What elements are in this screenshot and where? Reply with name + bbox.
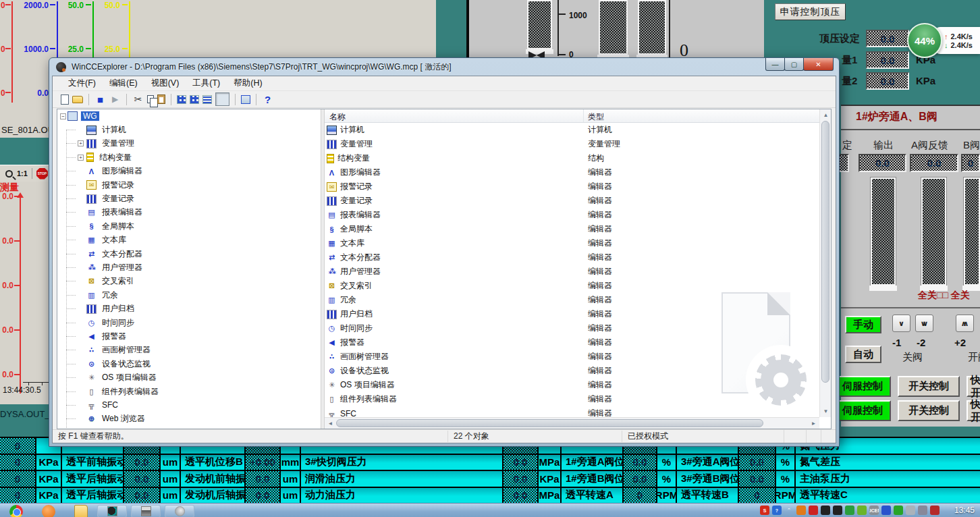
small-icons-view-icon[interactable] [190,95,199,104]
list-item[interactable]: 计算机 计算机 [325,123,819,137]
tree-item[interactable]: − WG [57,109,321,123]
tree-item[interactable]: ▯ 组件列表编辑器 [57,385,321,398]
safety-ball-tray-icon[interactable] [857,506,867,515]
tree-item[interactable]: ✉ 报警记录 [57,178,321,192]
qq-tray-icon[interactable] [833,506,842,515]
tree-item[interactable]: ▤ 报表编辑器 [57,206,321,219]
maximize-button[interactable]: ▢ [784,58,804,71]
list-item[interactable]: ⁂ 用户管理器 编辑器 [325,265,819,279]
step-down-2-button[interactable]: ∨∨ [915,315,933,332]
menu-item[interactable]: 工具(T) [186,76,226,90]
shield-tray-icon[interactable] [845,506,854,515]
minimize-button[interactable]: — [765,58,785,71]
type-column-header[interactable]: 类型 [584,109,819,122]
close-button[interactable]: ✕ [803,58,834,71]
list-item[interactable]: ╦ SFC 编辑器 [325,406,819,417]
list-item[interactable]: 用户归档 编辑器 [325,307,819,321]
chrome-taskbar-icon[interactable] [9,505,23,517]
folder-taskbar-icon[interactable] [74,505,88,517]
scroll-down-arrow[interactable]: ▼ [820,406,832,417]
details-view-icon[interactable] [215,92,229,106]
servo-control-button[interactable]: 伺服控制 [834,400,891,421]
tree-item[interactable]: ⊕ Web 浏览器 [57,412,321,426]
menu-item[interactable]: 文件(F) [62,76,102,90]
tree-item[interactable]: ▥ 冗余 [57,288,321,302]
scroll-right-arrow[interactable]: ► [808,418,819,429]
tree-expander[interactable]: + [78,155,84,161]
running-app-button[interactable] [97,505,127,517]
manual-mode-button[interactable]: 手动 [845,316,881,333]
list-item[interactable]: ✉ 报警记录 编辑器 [325,180,819,194]
stop-icon[interactable]: STOP [36,168,48,180]
tree-expander[interactable]: + [78,140,84,146]
zoom-ratio-button[interactable]: 1:1 [17,169,28,178]
red-usb-tray-icon[interactable] [930,506,940,515]
name-column-header[interactable]: 名称 [325,109,584,122]
list-item[interactable]: ⊙ 设备状态监视 编辑器 [325,364,819,378]
list-item[interactable]: ▦ 文本库 编辑器 [325,236,819,250]
running-app-button[interactable] [165,505,194,517]
list-item[interactable]: ⇄ 文本分配器 编辑器 [325,250,819,265]
green-x-tray-icon[interactable] [894,506,903,515]
play-icon[interactable]: ▶ [109,94,121,105]
tree-item[interactable]: ⇄ 文本分配器 [57,247,321,261]
step-up-2-button[interactable]: ∧∧ [956,315,974,332]
tree-item[interactable]: ⊙ 设备状态监视 [57,357,321,371]
tree-item[interactable]: ◷ 时间同步 [57,316,321,329]
list-item[interactable]: ∴ 画面树管理器 编辑器 [325,350,819,364]
magnifier-icon[interactable] [5,170,13,178]
list-item[interactable]: ◷ 时间同步 编辑器 [325,321,819,335]
tree-item[interactable]: + 结构变量 [57,151,321,164]
list-item[interactable]: 变量记录 编辑器 [325,194,819,208]
tree-item[interactable]: 计算机 [57,123,321,136]
fast-open-button[interactable]: 快开 [967,376,980,397]
properties-icon[interactable] [241,95,250,104]
show-hidden-icons-arrow[interactable]: ⌃ [784,506,794,515]
list-item[interactable]: ◀ 报警器 编辑器 [325,335,819,350]
memory-usage-ball[interactable]: 44% [907,23,942,58]
tree-item[interactable]: ╦ SFC [57,398,321,412]
list-item[interactable]: § 全局脚本 编辑器 [325,222,819,236]
scroll-up-arrow[interactable]: ▲ [820,109,832,121]
list-item[interactable]: 结构变量 结构 [325,151,819,165]
tree-item[interactable]: 变量记录 [57,192,321,205]
menu-item[interactable]: 编辑(E) [103,76,144,90]
media-player-taskbar-icon[interactable] [42,505,55,517]
list-item[interactable]: ▤ 报表编辑器 编辑器 [325,208,819,222]
list-view-icon[interactable] [202,95,212,104]
running-app-button[interactable] [131,505,161,517]
vertical-scrollbar[interactable]: ▲ ▼ [819,109,831,417]
switch-control-button[interactable]: 开关控制 [898,400,960,421]
auto-mode-button[interactable]: 自动 [845,346,881,363]
help-icon[interactable]: ? [262,94,273,105]
list-item[interactable]: ⊠ 交叉索引 编辑器 [325,279,819,293]
step-down-1-button[interactable]: ∨ [892,315,910,332]
copy-icon[interactable] [147,95,154,103]
tree-item[interactable]: ⊠ 交叉索引 [57,275,321,288]
tree-item[interactable]: Λ 图形编辑器 [57,165,321,178]
tree-item[interactable]: 用户归档 [57,302,321,315]
window-titlebar[interactable]: WinCCExplorer - D:\Program Files (x86)\S… [49,58,839,76]
tree-item[interactable]: § 全局脚本 [57,219,321,233]
horizontal-scrollbar[interactable]: ◄ ► [325,417,819,429]
tree-item[interactable]: ✳ OS 项目编辑器 [57,371,321,384]
scrollbar-thumb[interactable] [821,121,829,383]
sogou-tray-icon[interactable]: S [760,506,769,515]
license-tray-icon[interactable]: LICEN [869,506,879,515]
list-item[interactable]: Λ 图形编辑器 编辑器 [325,165,819,180]
paste-icon[interactable] [157,94,165,104]
activate-runtime-icon[interactable]: ■ [94,94,106,105]
cut-icon[interactable]: ✂ [132,94,144,105]
tree-item[interactable]: ▦ 文本库 [57,234,321,247]
scrollbar-thumb[interactable] [336,419,763,427]
menu-item[interactable]: 帮助(H) [227,76,268,90]
fast-open-button[interactable]: 快开 [967,400,980,421]
new-file-icon[interactable] [61,94,69,105]
tree-item[interactable]: + 变量管理 [57,137,321,151]
orange-tray-icon[interactable] [796,506,806,515]
list-item[interactable]: 变量管理 变量管理 [325,137,819,151]
open-folder-icon[interactable] [72,96,83,103]
help-tray-icon[interactable]: ? [772,506,782,515]
tree-item[interactable]: ⁂ 用户管理器 [57,261,321,274]
gray-tray-icon[interactable] [906,506,915,515]
